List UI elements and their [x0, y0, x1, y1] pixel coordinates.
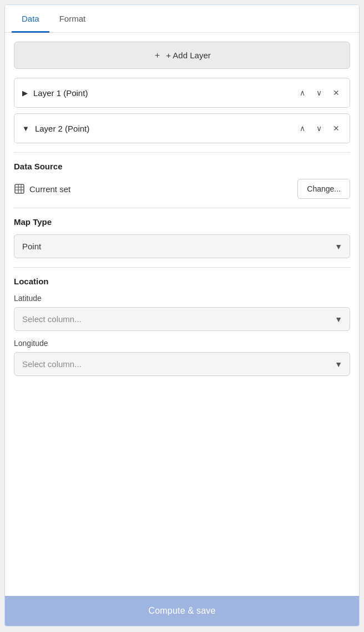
layer-item-2: ▼ Layer 2 (Point) ∧ ∨ ✕ — [14, 113, 350, 143]
latitude-dropdown-wrapper: Select column... ▼ — [14, 307, 350, 331]
latitude-label: Latitude — [14, 294, 350, 303]
divider-maptype — [14, 208, 350, 208]
layer2-close-button[interactable]: ✕ — [331, 123, 342, 134]
layer1-down-button[interactable]: ∨ — [314, 87, 324, 98]
divider-datasource — [14, 152, 350, 153]
map-type-select[interactable]: Point Heatmap Cluster — [14, 234, 350, 258]
longitude-select[interactable]: Select column... — [14, 352, 350, 376]
compute-save-button[interactable]: Compute & save — [5, 596, 359, 626]
svg-rect-0 — [15, 184, 24, 193]
data-source-title: Data Source — [14, 162, 350, 171]
data-source-info: Current set — [14, 183, 70, 194]
map-type-dropdown-wrapper: Point Heatmap Cluster ▼ — [14, 234, 350, 258]
layer2-down-button[interactable]: ∨ — [314, 123, 324, 134]
add-layer-label: + Add Layer — [166, 51, 210, 60]
layer2-name: Layer 2 (Point) — [35, 124, 297, 133]
data-source-row: Current set Change... — [14, 179, 350, 199]
tab-data[interactable]: Data — [12, 5, 49, 33]
layer1-up-button[interactable]: ∧ — [297, 87, 307, 98]
change-button[interactable]: Change... — [297, 179, 350, 199]
panel-content: ＋ + Add Layer ▶ Layer 1 (Point) ∧ ∨ ✕ ▼ … — [5, 33, 359, 596]
layer1-controls: ∧ ∨ ✕ — [297, 87, 342, 98]
compute-save-section: Compute & save — [5, 596, 359, 626]
plus-icon: ＋ — [153, 50, 161, 61]
current-set-label: Current set — [29, 184, 70, 194]
layer1-close-button[interactable]: ✕ — [331, 87, 342, 98]
longitude-dropdown-wrapper: Select column... ▼ — [14, 352, 350, 376]
add-layer-button[interactable]: ＋ + Add Layer — [14, 42, 350, 69]
layer-item-1: ▶ Layer 1 (Point) ∧ ∨ ✕ — [14, 78, 350, 108]
table-icon — [14, 183, 25, 194]
main-panel: Data Format ＋ + Add Layer ▶ Layer 1 (Poi… — [4, 4, 360, 626]
layer1-name: Layer 1 (Point) — [33, 88, 297, 98]
map-type-title: Map Type — [14, 217, 350, 227]
layer2-expand-icon[interactable]: ▼ — [22, 124, 29, 133]
latitude-select[interactable]: Select column... — [14, 307, 350, 331]
longitude-section: Longitude Select column... ▼ — [14, 339, 350, 376]
location-title: Location — [14, 277, 350, 286]
layer2-controls: ∧ ∨ ✕ — [297, 123, 342, 134]
divider-location — [14, 267, 350, 268]
layer1-expand-icon[interactable]: ▶ — [22, 89, 28, 97]
tab-format[interactable]: Format — [49, 5, 96, 33]
tab-bar: Data Format — [5, 5, 359, 33]
longitude-label: Longitude — [14, 339, 350, 348]
layer2-up-button[interactable]: ∧ — [297, 123, 307, 134]
